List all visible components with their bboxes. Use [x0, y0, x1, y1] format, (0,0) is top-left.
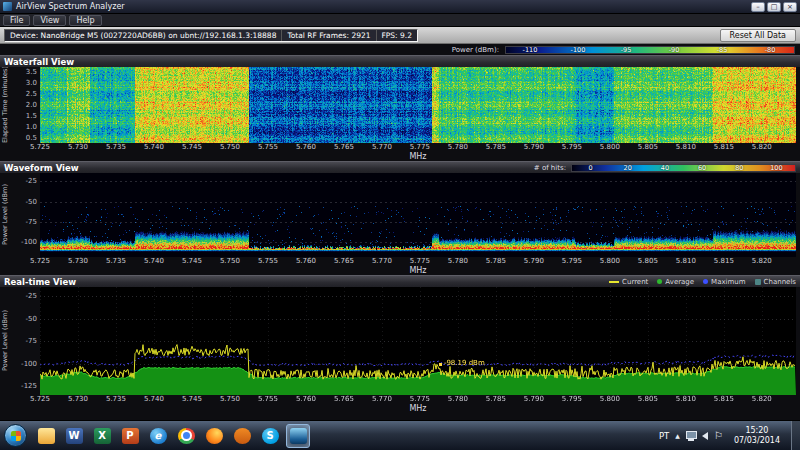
waterfall-plot-row: Elapsed Time (minutes) 3.53.02.52.01.51.…: [0, 67, 800, 143]
power-scale-tick: -80: [746, 47, 794, 53]
close-button[interactable]: ×: [783, 2, 797, 12]
taskbar-icon-excel[interactable]: X: [90, 424, 114, 448]
realtime-plot-row: Power Level (dBm) -25-50-75-100-125 -98.…: [0, 287, 800, 395]
taskbar-icon-airview[interactable]: [286, 424, 310, 448]
x-axis-tick-label: 5.760: [296, 395, 316, 403]
y-axis-tick-label: 3.5: [26, 68, 37, 76]
x-axis-tick-label: 5.745: [182, 257, 202, 265]
waveform-persistence-plot[interactable]: [40, 173, 796, 257]
menu-bar: FileViewHelp: [0, 14, 800, 27]
x-axis-tick-label: 5.795: [562, 257, 582, 265]
hits-scale-tick: 100: [758, 165, 795, 171]
hits-scale-tick: 80: [721, 165, 758, 171]
x-axis-tick-label: 5.750: [220, 143, 240, 151]
show-desktop-button[interactable]: [791, 421, 800, 450]
x-axis-tick-label: 5.730: [68, 143, 88, 151]
tray-date: 07/03/2014: [734, 436, 780, 446]
realtime-y-axis-label: Power Level (dBm): [1, 287, 11, 395]
waveform-section-header: Waveform View # of hits: 020406080100: [0, 161, 800, 173]
x-axis-tick-label: 5.775: [410, 257, 430, 265]
x-axis-tick-label: 5.800: [600, 143, 620, 151]
x-axis-tick-label: 5.765: [334, 257, 354, 265]
tray-time: 15:20: [734, 426, 780, 436]
y-axis-tick-label: -75: [26, 337, 37, 345]
taskbar-icon-explorer[interactable]: [34, 424, 58, 448]
y-axis-tick-label: -100: [21, 360, 37, 368]
action-center-flag-icon[interactable]: ⚐: [714, 431, 723, 441]
fps-info: FPS: 9.2: [377, 30, 417, 41]
window-titlebar: AirView Spectrum Analyzer – □ ×: [0, 0, 800, 14]
realtime-spectrum-plot[interactable]: [40, 287, 796, 395]
menu-item-file[interactable]: File: [3, 15, 30, 26]
tray-expand-icon[interactable]: ▲: [675, 433, 680, 439]
average-swatch-icon: [657, 279, 662, 284]
taskbar-icon-powerpoint[interactable]: P: [118, 424, 142, 448]
taskbar-icon-word[interactable]: W: [62, 424, 86, 448]
taskbar-icon-media[interactable]: [230, 424, 254, 448]
y-axis-tick-label: 2.0: [26, 101, 37, 109]
waveform-plot-row: Power Level (dBm) -25-50-75-100: [0, 173, 800, 257]
taskbar-icon-ie[interactable]: e: [146, 424, 170, 448]
waterfall-y-axis-label: Elapsed Time (minutes): [1, 67, 11, 143]
x-axis-tick-label: 5.795: [562, 395, 582, 403]
taskbar-icon-firefox[interactable]: [202, 424, 226, 448]
x-axis-tick-label: 5.785: [486, 143, 506, 151]
y-axis-tick-label: -100: [21, 238, 37, 246]
taskbar-icon-skype[interactable]: S: [258, 424, 282, 448]
y-axis-tick-label: -25: [26, 177, 37, 185]
x-axis-tick-label: 5.725: [30, 257, 50, 265]
hits-legend-label: # of hits:: [534, 164, 566, 172]
power-scale-tick: -85: [698, 47, 746, 53]
power-scale-tick: -95: [602, 47, 650, 53]
language-indicator[interactable]: PT: [659, 431, 669, 441]
skype-icon: S: [262, 428, 279, 444]
waveform-x-axis: 5.7255.7305.7355.7405.7455.7505.7555.760…: [0, 257, 800, 266]
reset-all-data-button[interactable]: Reset All Data: [720, 29, 796, 42]
x-axis-tick-label: 5.770: [372, 395, 392, 403]
power-scale-tick: -90: [650, 47, 698, 53]
minimize-button[interactable]: –: [751, 2, 765, 12]
x-axis-tick-label: 5.770: [372, 143, 392, 151]
x-axis-tick-label: 5.735: [106, 395, 126, 403]
x-axis-tick-label: 5.755: [258, 143, 278, 151]
legend-item-label: Average: [665, 278, 694, 286]
waterfall-spectrogram[interactable]: [40, 67, 796, 143]
waveform-y-axis: Power Level (dBm) -25-50-75-100: [0, 173, 40, 257]
menu-item-view[interactable]: View: [33, 15, 66, 26]
y-axis-tick-label: 1.5: [26, 112, 37, 120]
y-axis-tick-label: -50: [26, 198, 37, 206]
system-tray: PT ▲ ⚐ 15:20 07/03/2014: [659, 421, 800, 450]
x-axis-tick-label: 5.815: [714, 257, 734, 265]
network-icon[interactable]: [686, 431, 696, 441]
maximize-button[interactable]: □: [767, 2, 781, 12]
x-axis-tick-label: 5.785: [486, 395, 506, 403]
x-axis-tick-label: 5.810: [676, 395, 696, 403]
waveform-y-axis-label: Power Level (dBm): [1, 173, 11, 257]
start-button[interactable]: [4, 424, 27, 447]
firefox-icon: [206, 428, 223, 444]
x-axis-tick-label: 5.750: [220, 257, 240, 265]
x-axis-tick-label: 5.725: [30, 395, 50, 403]
volume-icon[interactable]: [702, 432, 708, 440]
realtime-x-axis-unit: MHz: [40, 404, 796, 413]
legend-item-maximum: Maximum: [703, 278, 746, 286]
x-axis-tick-label: 5.745: [182, 143, 202, 151]
legend-item-label: Current: [622, 278, 648, 286]
clock[interactable]: 15:20 07/03/2014: [729, 426, 785, 446]
realtime-trace-legend: CurrentAverageMaximumChannels: [609, 278, 796, 286]
hits-scale-tick: 20: [609, 165, 646, 171]
taskbar-icon-chrome[interactable]: [174, 424, 198, 448]
x-axis-tick-label: 5.815: [714, 143, 734, 151]
menu-item-help[interactable]: Help: [69, 15, 101, 26]
realtime-y-axis: Power Level (dBm) -25-50-75-100-125: [0, 287, 40, 395]
x-axis-tick-label: 5.790: [524, 395, 544, 403]
waterfall-section-title: Waterfall View: [4, 57, 74, 67]
y-axis-tick-label: 1.0: [26, 123, 37, 131]
x-axis-tick-label: 5.745: [182, 395, 202, 403]
y-axis-tick-label: 3.0: [26, 79, 37, 87]
x-axis-tick-label: 5.760: [296, 257, 316, 265]
legend-item-label: Channels: [764, 278, 796, 286]
x-axis-tick-label: 5.820: [752, 257, 772, 265]
current-swatch-icon: [609, 281, 619, 283]
x-axis-tick-label: 5.750: [220, 395, 240, 403]
